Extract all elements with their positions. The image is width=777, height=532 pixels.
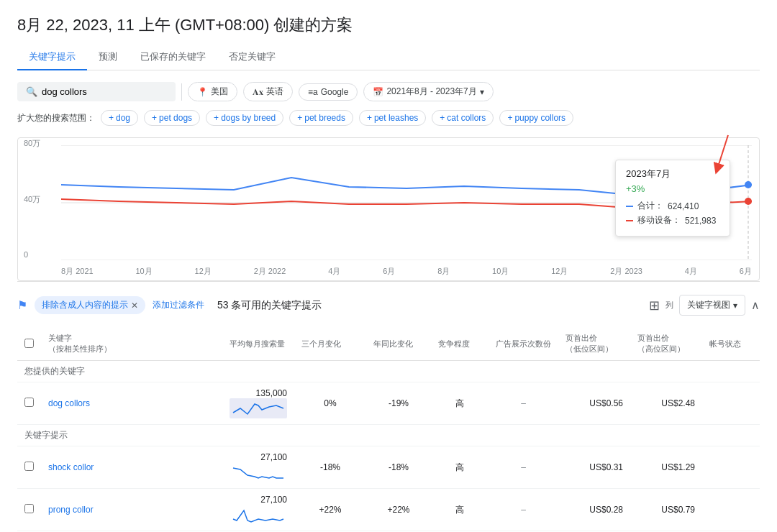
avg-monthly-cell-2: 27,100 bbox=[222, 446, 294, 489]
network-filter[interactable]: ≡a Google bbox=[299, 83, 358, 101]
expand-chip-pet-leashes[interactable]: + pet leashes bbox=[359, 110, 426, 126]
competition-cell-2: 高 bbox=[431, 446, 489, 489]
expand-chip-dogs-by-breed[interactable]: + dogs by breed bbox=[206, 110, 283, 126]
chevron-down-icon: ▾ bbox=[480, 87, 484, 97]
keyword-cell-3[interactable]: prong collor bbox=[41, 489, 222, 531]
view-chevron-down: ▾ bbox=[733, 301, 737, 311]
svg-rect-7 bbox=[230, 398, 287, 418]
yoy-cell-2: -18% bbox=[366, 446, 431, 489]
tooltip-total-label: 合计： bbox=[637, 200, 663, 212]
keyword-link[interactable]: dog collors bbox=[48, 398, 90, 408]
search-box[interactable]: 🔍 bbox=[17, 82, 176, 101]
mini-chart-prong bbox=[230, 505, 287, 525]
col-bid-low-header[interactable]: 页首出价（低位区间） bbox=[558, 327, 630, 361]
x-label-1: 10月 bbox=[136, 266, 153, 277]
row-checkbox-cell-3[interactable] bbox=[17, 489, 41, 531]
view-dropdown[interactable]: 关键字视图 ▾ bbox=[679, 295, 745, 316]
keyword-cell-2[interactable]: shock collor bbox=[41, 446, 222, 489]
plus-icon: + bbox=[109, 113, 114, 123]
keyword-cell[interactable]: dog collors bbox=[41, 382, 222, 425]
y-label-80: 80万 bbox=[24, 138, 40, 149]
col-bid-high-header[interactable]: 页首出价（高位区间） bbox=[630, 327, 702, 361]
calendar-icon: 📅 bbox=[373, 87, 383, 97]
table-row: shock collor 27,100 -18% -18% 高 – US$0.3… bbox=[17, 446, 760, 489]
expand-chip-puppy-collors[interactable]: + puppy collors bbox=[499, 110, 573, 126]
tooltip-total-value: 624,410 bbox=[668, 201, 699, 211]
bid-high-cell: US$2.48 bbox=[630, 382, 702, 425]
search-icon: 🔍 bbox=[26, 86, 37, 97]
chart-y-labels: 80万 40万 0 bbox=[24, 138, 40, 259]
suggestions-section-header: 关键字提示 bbox=[17, 425, 760, 446]
keyword-link-2[interactable]: shock collor bbox=[48, 462, 94, 472]
col-checkbox[interactable] bbox=[17, 327, 41, 361]
col-yoy-header[interactable]: 年同比变化 bbox=[366, 327, 431, 361]
competition-cell-3: 高 bbox=[431, 489, 489, 531]
avg-value-2: 27,100 bbox=[260, 452, 287, 462]
date-range-label: 2021年8月 - 2023年7月 bbox=[386, 86, 476, 98]
filter-bar: 🔍 📍 美国 𝐀𝐱 英语 ≡a Google 📅 2021年8月 - 2023年… bbox=[17, 82, 760, 101]
tab-forecast[interactable]: 预测 bbox=[87, 45, 129, 70]
bid-high-cell-2: US$1.29 bbox=[630, 446, 702, 489]
bid-low-cell-2: US$0.31 bbox=[558, 446, 630, 489]
y-label-40: 40万 bbox=[24, 194, 40, 205]
row-checkbox-dog-collors[interactable] bbox=[24, 398, 34, 407]
filter-funnel-icon: ⚑ bbox=[17, 298, 27, 312]
result-count: 53 条可用的关键字提示 bbox=[217, 299, 322, 312]
row-checkbox-prong-collor[interactable] bbox=[24, 504, 34, 513]
select-all-checkbox[interactable] bbox=[24, 339, 34, 348]
tooltip-total-row: 合计： 624,410 bbox=[626, 200, 719, 212]
expand-chip-dog[interactable]: + dog bbox=[101, 110, 138, 126]
x-label-7: 10月 bbox=[492, 266, 509, 277]
svg-line-6 bbox=[717, 135, 728, 169]
tooltip-change: +3% bbox=[626, 183, 719, 194]
chart-area: 80万 40万 0 8月 2021 10月 12月 2月 2022 4月 bbox=[17, 137, 760, 281]
bottom-section: ⚑ 排除含成人内容的提示 ✕ 添加过滤条件 53 条可用的关键字提示 ⊞ 列 关… bbox=[17, 281, 760, 531]
status-cell-3 bbox=[702, 489, 760, 531]
filter-tag-adult: 排除含成人内容的提示 ✕ bbox=[35, 296, 145, 314]
add-filter-btn[interactable]: 添加过滤条件 bbox=[153, 299, 204, 311]
row-checkbox-shock-collor[interactable] bbox=[24, 462, 34, 471]
col-keyword-header[interactable]: 关键字（按相关性排序） bbox=[41, 327, 222, 361]
collapse-button[interactable]: ∧ bbox=[751, 298, 760, 312]
network-icon: ≡a bbox=[308, 87, 318, 97]
impressions-cell-3: – bbox=[489, 489, 558, 531]
keywords-table: 关键字（按相关性排序） 平均每月搜索量 三个月变化 年同比变化 竞争程度 广告展… bbox=[17, 327, 760, 531]
col-avg-header[interactable]: 平均每月搜索量 bbox=[222, 327, 294, 361]
location-filter[interactable]: 📍 美国 bbox=[188, 82, 237, 101]
your-keywords-label: 您提供的关键字 bbox=[17, 361, 760, 382]
page-title: 8月 22, 2023, 11 上午 (GMT+08:00) 创建的方案 bbox=[17, 14, 760, 36]
filter-tag-close[interactable]: ✕ bbox=[131, 301, 138, 311]
keyword-link-3[interactable]: prong collor bbox=[48, 505, 94, 515]
col-3m-header[interactable]: 三个月变化 bbox=[294, 327, 366, 361]
expand-chip-pet-dogs[interactable]: + pet dogs bbox=[144, 110, 200, 126]
tooltip-arrow bbox=[706, 132, 742, 175]
date-filter[interactable]: 📅 2021年8月 - 2023年7月 ▾ bbox=[363, 82, 493, 101]
tooltip-mobile-row: 移动设备： 521,983 bbox=[626, 214, 719, 226]
chart-x-labels: 8月 2021 10月 12月 2月 2022 4月 6月 8月 10月 12月… bbox=[61, 266, 752, 277]
language-filter[interactable]: 𝐀𝐱 英语 bbox=[243, 82, 293, 101]
table-header-row: 关键字（按相关性排序） 平均每月搜索量 三个月变化 年同比变化 竞争程度 广告展… bbox=[17, 327, 760, 361]
network-label: Google bbox=[321, 87, 349, 97]
col-imp-header[interactable]: 广告展示次数份 bbox=[489, 327, 558, 361]
expand-chip-pet-breeds[interactable]: + pet breeds bbox=[289, 110, 353, 126]
bid-low-cell-3: US$0.28 bbox=[558, 489, 630, 531]
expand-chip-cat-collors[interactable]: + cat collors bbox=[432, 110, 494, 126]
row-checkbox-cell-2[interactable] bbox=[17, 446, 41, 489]
row-checkbox-cell[interactable] bbox=[17, 382, 41, 425]
tooltip-red-line bbox=[626, 220, 633, 221]
svg-point-4 bbox=[745, 181, 752, 188]
tab-negative-keywords[interactable]: 否定关键字 bbox=[217, 45, 287, 70]
search-input[interactable] bbox=[42, 86, 157, 97]
plus-icon-7: + bbox=[507, 113, 512, 123]
col-status-header[interactable]: 帐号状态 bbox=[702, 327, 760, 361]
avg-monthly-cell: 135,000 bbox=[222, 382, 294, 425]
status-cell bbox=[702, 382, 760, 425]
y-label-0: 0 bbox=[24, 250, 40, 259]
view-label: 关键字视图 bbox=[687, 299, 730, 311]
x-label-4: 4月 bbox=[328, 266, 340, 277]
tab-saved-keywords[interactable]: 已保存的关键字 bbox=[129, 45, 217, 70]
grid-columns-icon[interactable]: ⊞ bbox=[649, 298, 660, 313]
x-label-3: 2月 2022 bbox=[254, 266, 286, 277]
tab-keyword-suggestions[interactable]: 关键字提示 bbox=[17, 45, 87, 70]
col-comp-header[interactable]: 竞争程度 bbox=[431, 327, 489, 361]
